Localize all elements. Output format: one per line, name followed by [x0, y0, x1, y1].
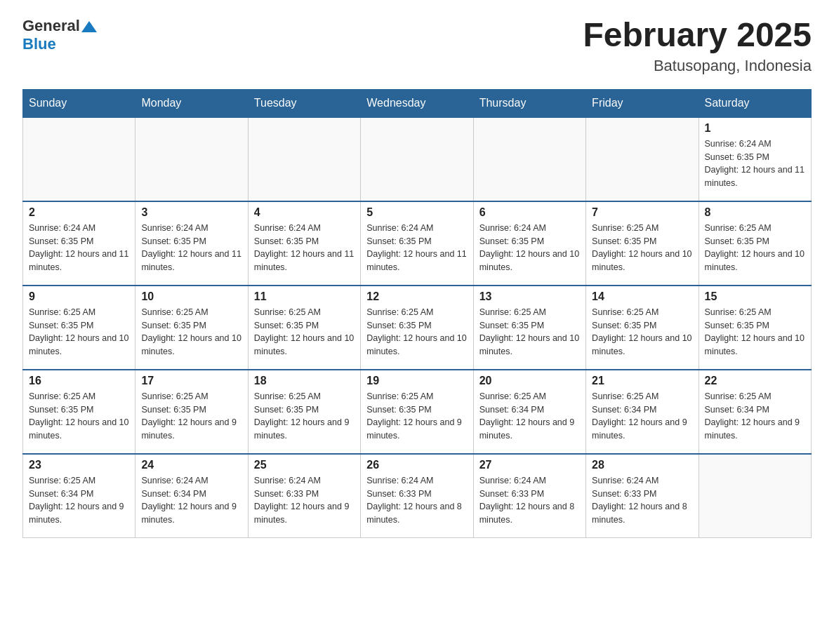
day-number: 25: [254, 459, 355, 471]
calendar-day-cell: 2Sunrise: 6:24 AMSunset: 6:35 PMDaylight…: [23, 201, 135, 286]
weekday-header-row: SundayMondayTuesdayWednesdayThursdayFrid…: [23, 89, 812, 117]
day-number: 6: [479, 206, 580, 219]
calendar-day-cell: 12Sunrise: 6:25 AMSunset: 6:35 PMDayligh…: [361, 286, 473, 370]
weekday-header-monday: Monday: [135, 89, 248, 117]
day-info: Sunrise: 6:24 AMSunset: 6:33 PMDaylight:…: [254, 474, 355, 527]
calendar-day-cell: 17Sunrise: 6:25 AMSunset: 6:35 PMDayligh…: [135, 370, 248, 454]
day-info: Sunrise: 6:25 AMSunset: 6:34 PMDaylight:…: [29, 474, 129, 527]
calendar-day-cell: 5Sunrise: 6:24 AMSunset: 6:35 PMDaylight…: [361, 201, 473, 286]
calendar-day-cell: 8Sunrise: 6:25 AMSunset: 6:35 PMDaylight…: [699, 201, 811, 286]
calendar-day-cell: [361, 117, 473, 201]
day-info: Sunrise: 6:25 AMSunset: 6:34 PMDaylight:…: [479, 390, 580, 443]
calendar-day-cell: 16Sunrise: 6:25 AMSunset: 6:35 PMDayligh…: [23, 370, 135, 454]
logo-blue-text: Blue: [22, 35, 56, 53]
calendar-day-cell: 10Sunrise: 6:25 AMSunset: 6:35 PMDayligh…: [135, 286, 248, 370]
day-number: 28: [592, 459, 692, 471]
day-number: 10: [141, 290, 241, 303]
calendar-day-cell: 24Sunrise: 6:24 AMSunset: 6:34 PMDayligh…: [135, 454, 248, 538]
calendar-day-cell: 11Sunrise: 6:25 AMSunset: 6:35 PMDayligh…: [248, 286, 360, 370]
day-info: Sunrise: 6:25 AMSunset: 6:35 PMDaylight:…: [705, 222, 805, 274]
day-number: 23: [29, 459, 129, 471]
title-block: February 2025 Batusopang, Indonesia: [583, 17, 812, 75]
weekday-header-saturday: Saturday: [699, 89, 811, 117]
day-info: Sunrise: 6:24 AMSunset: 6:35 PMDaylight:…: [141, 222, 241, 274]
day-number: 15: [705, 290, 805, 303]
weekday-header-wednesday: Wednesday: [361, 89, 473, 117]
calendar-header: SundayMondayTuesdayWednesdayThursdayFrid…: [23, 89, 812, 117]
calendar-day-cell: [473, 117, 585, 201]
svg-marker-0: [81, 21, 97, 32]
weekday-header-friday: Friday: [586, 89, 699, 117]
day-info: Sunrise: 6:25 AMSunset: 6:34 PMDaylight:…: [592, 390, 692, 443]
day-info: Sunrise: 6:24 AMSunset: 6:33 PMDaylight:…: [366, 474, 467, 527]
weekday-header-tuesday: Tuesday: [248, 89, 360, 117]
day-number: 9: [29, 290, 129, 303]
calendar-day-cell: [23, 117, 135, 201]
day-info: Sunrise: 6:25 AMSunset: 6:35 PMDaylight:…: [366, 390, 467, 443]
day-info: Sunrise: 6:24 AMSunset: 6:33 PMDaylight:…: [592, 474, 692, 527]
day-number: 24: [141, 459, 241, 471]
calendar-week-row: 2Sunrise: 6:24 AMSunset: 6:35 PMDaylight…: [23, 201, 812, 286]
calendar-table: SundayMondayTuesdayWednesdayThursdayFrid…: [22, 89, 812, 539]
calendar-day-cell: 21Sunrise: 6:25 AMSunset: 6:34 PMDayligh…: [586, 370, 699, 454]
day-info: Sunrise: 6:25 AMSunset: 6:35 PMDaylight:…: [592, 306, 692, 358]
day-number: 5: [366, 206, 467, 219]
calendar-week-row: 1Sunrise: 6:24 AMSunset: 6:35 PMDaylight…: [23, 117, 812, 201]
day-info: Sunrise: 6:25 AMSunset: 6:35 PMDaylight:…: [592, 222, 692, 274]
day-number: 16: [29, 375, 129, 387]
day-info: Sunrise: 6:24 AMSunset: 6:34 PMDaylight:…: [141, 474, 241, 527]
day-number: 7: [592, 206, 692, 219]
day-info: Sunrise: 6:24 AMSunset: 6:35 PMDaylight:…: [29, 222, 129, 274]
calendar-day-cell: [248, 117, 360, 201]
calendar-day-cell: [586, 117, 699, 201]
day-number: 14: [592, 290, 692, 303]
calendar-day-cell: 25Sunrise: 6:24 AMSunset: 6:33 PMDayligh…: [248, 454, 360, 538]
day-number: 22: [705, 375, 805, 387]
day-info: Sunrise: 6:25 AMSunset: 6:35 PMDaylight:…: [366, 306, 467, 358]
calendar-day-cell: 3Sunrise: 6:24 AMSunset: 6:35 PMDaylight…: [135, 201, 248, 286]
calendar-day-cell: 20Sunrise: 6:25 AMSunset: 6:34 PMDayligh…: [473, 370, 585, 454]
day-number: 3: [141, 206, 241, 219]
day-number: 12: [366, 290, 467, 303]
calendar-day-cell: 4Sunrise: 6:24 AMSunset: 6:35 PMDaylight…: [248, 201, 360, 286]
calendar-day-cell: 28Sunrise: 6:24 AMSunset: 6:33 PMDayligh…: [586, 454, 699, 538]
day-info: Sunrise: 6:24 AMSunset: 6:35 PMDaylight:…: [254, 222, 355, 274]
logo-triangle-icon: [81, 20, 97, 34]
day-info: Sunrise: 6:24 AMSunset: 6:35 PMDaylight:…: [366, 222, 467, 274]
calendar-day-cell: [699, 454, 811, 538]
calendar-day-cell: 7Sunrise: 6:25 AMSunset: 6:35 PMDaylight…: [586, 201, 699, 286]
day-number: 17: [141, 375, 241, 387]
day-info: Sunrise: 6:25 AMSunset: 6:35 PMDaylight:…: [254, 306, 355, 358]
calendar-day-cell: 23Sunrise: 6:25 AMSunset: 6:34 PMDayligh…: [23, 454, 135, 538]
calendar-week-row: 16Sunrise: 6:25 AMSunset: 6:35 PMDayligh…: [23, 370, 812, 454]
day-number: 8: [705, 206, 805, 219]
calendar-day-cell: 18Sunrise: 6:25 AMSunset: 6:35 PMDayligh…: [248, 370, 360, 454]
day-info: Sunrise: 6:25 AMSunset: 6:35 PMDaylight:…: [141, 306, 241, 358]
day-number: 27: [479, 459, 580, 471]
weekday-header-sunday: Sunday: [23, 89, 135, 117]
calendar-day-cell: 22Sunrise: 6:25 AMSunset: 6:34 PMDayligh…: [699, 370, 811, 454]
calendar-week-row: 23Sunrise: 6:25 AMSunset: 6:34 PMDayligh…: [23, 454, 812, 538]
calendar-day-cell: 19Sunrise: 6:25 AMSunset: 6:35 PMDayligh…: [361, 370, 473, 454]
day-info: Sunrise: 6:25 AMSunset: 6:35 PMDaylight:…: [29, 390, 129, 443]
day-info: Sunrise: 6:24 AMSunset: 6:33 PMDaylight:…: [479, 474, 580, 527]
calendar-day-cell: 13Sunrise: 6:25 AMSunset: 6:35 PMDayligh…: [473, 286, 585, 370]
weekday-header-thursday: Thursday: [473, 89, 585, 117]
day-info: Sunrise: 6:25 AMSunset: 6:35 PMDaylight:…: [479, 306, 580, 358]
day-number: 21: [592, 375, 692, 387]
day-number: 26: [366, 459, 467, 471]
day-number: 4: [254, 206, 355, 219]
calendar-week-row: 9Sunrise: 6:25 AMSunset: 6:35 PMDaylight…: [23, 286, 812, 370]
calendar-day-cell: [135, 117, 248, 201]
day-number: 18: [254, 375, 355, 387]
logo: General Blue: [22, 17, 97, 53]
calendar-title: February 2025: [583, 17, 812, 54]
day-info: Sunrise: 6:24 AMSunset: 6:35 PMDaylight:…: [479, 222, 580, 274]
day-info: Sunrise: 6:25 AMSunset: 6:35 PMDaylight:…: [141, 390, 241, 443]
calendar-day-cell: 6Sunrise: 6:24 AMSunset: 6:35 PMDaylight…: [473, 201, 585, 286]
day-info: Sunrise: 6:25 AMSunset: 6:34 PMDaylight:…: [705, 390, 805, 443]
calendar-day-cell: 26Sunrise: 6:24 AMSunset: 6:33 PMDayligh…: [361, 454, 473, 538]
day-info: Sunrise: 6:25 AMSunset: 6:35 PMDaylight:…: [29, 306, 129, 358]
day-info: Sunrise: 6:25 AMSunset: 6:35 PMDaylight:…: [705, 306, 805, 358]
day-number: 13: [479, 290, 580, 303]
